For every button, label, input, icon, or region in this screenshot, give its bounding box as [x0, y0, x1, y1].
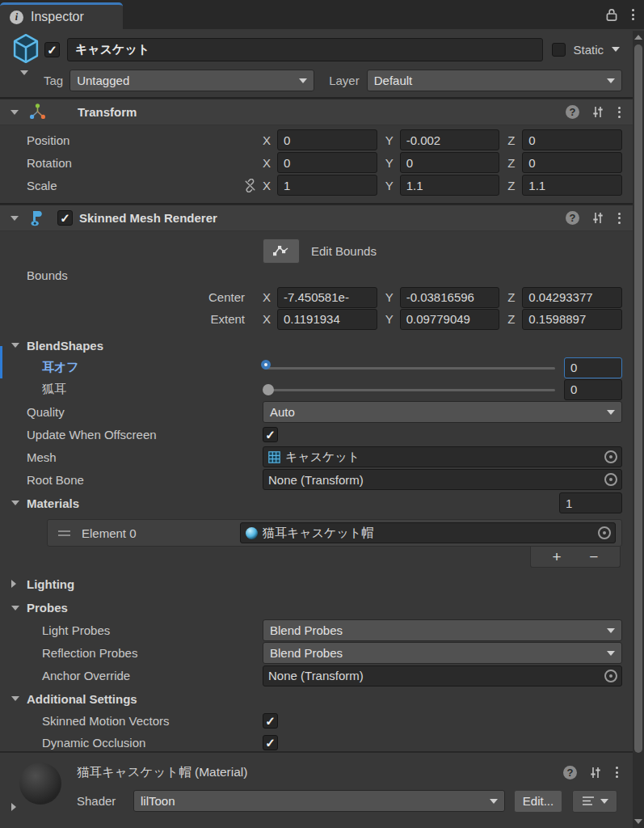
foldout-open-icon[interactable]	[11, 501, 19, 505]
foldout-closed-icon[interactable]	[11, 803, 16, 811]
probes-header-row[interactable]: Probes	[0, 597, 633, 619]
foldout-open-icon[interactable]	[11, 343, 19, 348]
quality-dropdown[interactable]: Auto	[263, 401, 622, 423]
help-icon[interactable]: ?	[563, 766, 577, 779]
presets-icon[interactable]	[591, 212, 604, 224]
scale-z-field[interactable]: 1.1	[522, 175, 622, 196]
static-dropdown-caret[interactable]	[612, 47, 620, 52]
blendshapes-header-row[interactable]: BlendShapes	[0, 334, 633, 357]
field-value: 0	[406, 156, 413, 170]
dynamic-occlusion-checkbox[interactable]: ✓	[263, 735, 278, 750]
skinned-motion-vectors-checkbox[interactable]: ✓	[263, 713, 278, 729]
foldout-closed-icon[interactable]	[11, 580, 16, 588]
gameobject-cube-icon[interactable]	[11, 33, 44, 66]
axis-y-label: Y	[385, 156, 396, 170]
update-when-offscreen-checkbox[interactable]: ✓	[263, 427, 278, 442]
presets-icon[interactable]	[589, 767, 602, 779]
add-element-button[interactable]: +	[546, 549, 568, 564]
kebab-menu-icon[interactable]	[617, 211, 622, 226]
extent-x-field[interactable]: 0.1191934	[277, 309, 377, 330]
root-bone-object-field[interactable]: None (Transform)	[263, 469, 622, 490]
reflection-probes-row: Reflection Probes Blend Probes	[0, 641, 633, 664]
field-value: -7.450581e-	[284, 290, 349, 304]
object-picker-icon[interactable]	[604, 473, 617, 486]
lock-icon[interactable]	[605, 8, 618, 22]
light-probes-dropdown[interactable]: Blend Probes	[263, 619, 622, 641]
help-icon[interactable]: ?	[566, 211, 579, 225]
slider-thumb[interactable]	[261, 360, 271, 370]
scroll-up-arrow-icon[interactable]	[634, 35, 642, 40]
gameobject-name-input[interactable]: キャスケット	[67, 38, 543, 61]
center-y-field[interactable]: -0.03816596	[400, 287, 500, 308]
slider-thumb[interactable]	[263, 384, 274, 395]
scale-y-field[interactable]: 1.1	[400, 175, 500, 196]
scroll-down-arrow-icon[interactable]	[634, 819, 642, 824]
rotation-z-field[interactable]: 0	[522, 152, 622, 173]
check-icon: ✓	[265, 715, 276, 727]
scrollbar-thumb[interactable]	[634, 44, 642, 753]
chevron-down-icon	[607, 410, 615, 415]
position-y-field[interactable]: -0.002	[400, 129, 500, 150]
anchor-override-object-field[interactable]: None (Transform)	[263, 665, 622, 686]
rotation-label: Rotation	[0, 156, 72, 170]
scrollbar[interactable]	[633, 31, 644, 828]
renderer-enabled-checkbox[interactable]: ✓	[57, 210, 73, 226]
renderer-title: Skinned Mesh Renderer	[79, 211, 217, 225]
field-value: 1.1	[406, 179, 423, 192]
static-checkbox[interactable]	[552, 43, 566, 57]
blendshape-slider[interactable]	[263, 378, 557, 401]
position-x-field[interactable]: 0	[277, 129, 377, 150]
extent-y-field[interactable]: 0.09779049	[400, 309, 500, 330]
active-checkbox[interactable]: ✓	[44, 42, 60, 57]
kebab-menu-icon[interactable]	[614, 765, 620, 779]
skinned-mesh-renderer-header[interactable]: ✓ Skinned Mesh Renderer ?	[0, 205, 633, 231]
blendshape-value-field[interactable]: 0	[564, 379, 622, 400]
scale-label: Scale	[0, 179, 57, 192]
slider-track[interactable]	[264, 367, 555, 370]
object-picker-icon[interactable]	[598, 526, 611, 539]
position-z-field[interactable]: 0	[522, 129, 622, 150]
lighting-header-row[interactable]: Lighting	[0, 571, 633, 597]
field-value: -0.002	[406, 133, 441, 147]
object-picker-icon[interactable]	[604, 670, 617, 682]
scale-x-field[interactable]: 1	[277, 175, 377, 196]
additional-settings-header-row[interactable]: Additional Settings	[0, 687, 633, 710]
foldout-open-icon[interactable]	[11, 216, 19, 221]
extent-z-field[interactable]: 0.1598897	[522, 309, 622, 330]
shader-dropdown[interactable]: lilToon	[133, 790, 505, 812]
transform-header[interactable]: Transform ?	[0, 99, 633, 125]
rotation-x-field[interactable]: 0	[277, 152, 377, 173]
edit-bounds-button[interactable]	[263, 239, 300, 264]
drag-handle-icon[interactable]	[58, 530, 70, 536]
blendshape-slider[interactable]	[263, 357, 557, 379]
foldout-open-icon[interactable]	[11, 606, 19, 610]
kebab-menu-icon[interactable]	[617, 105, 622, 120]
presets-icon[interactable]	[591, 106, 604, 118]
reflection-probes-dropdown[interactable]: Blend Probes	[263, 642, 622, 664]
materials-header-row[interactable]: Materials 1	[0, 491, 633, 515]
material-element-row[interactable]: Element 0 猫耳キャスケット帽	[47, 519, 622, 547]
center-z-field[interactable]: 0.04293377	[522, 287, 622, 308]
slider-track[interactable]	[264, 389, 555, 391]
tag-dropdown[interactable]: Untagged	[69, 70, 314, 91]
material-preview-sphere	[19, 763, 61, 805]
help-icon[interactable]: ?	[566, 105, 579, 119]
blendshape-value-field[interactable]: 0	[564, 357, 622, 378]
tab-inspector[interactable]: i Inspector	[0, 2, 123, 29]
unlink-scale-icon[interactable]	[243, 179, 257, 192]
mesh-object-field[interactable]: キャスケット	[263, 446, 622, 467]
object-picker-icon[interactable]	[604, 450, 617, 463]
icon-picker-caret[interactable]	[20, 70, 28, 75]
foldout-open-icon[interactable]	[11, 110, 19, 115]
rotation-y-field[interactable]: 0	[400, 152, 500, 173]
center-x-field[interactable]: -7.450581e-	[277, 287, 377, 308]
materials-count-field[interactable]: 1	[559, 492, 622, 513]
layer-dropdown[interactable]: Default	[367, 70, 622, 91]
material-object-field[interactable]: 猫耳キャスケット帽	[240, 522, 616, 543]
foldout-open-icon[interactable]	[11, 696, 19, 701]
kebab-menu-icon[interactable]	[630, 7, 636, 22]
material-menu-button[interactable]	[572, 790, 617, 813]
blendshape-name: 狐耳	[0, 382, 66, 397]
shader-edit-button[interactable]: Edit...	[514, 790, 562, 813]
remove-element-button[interactable]: −	[583, 549, 604, 564]
